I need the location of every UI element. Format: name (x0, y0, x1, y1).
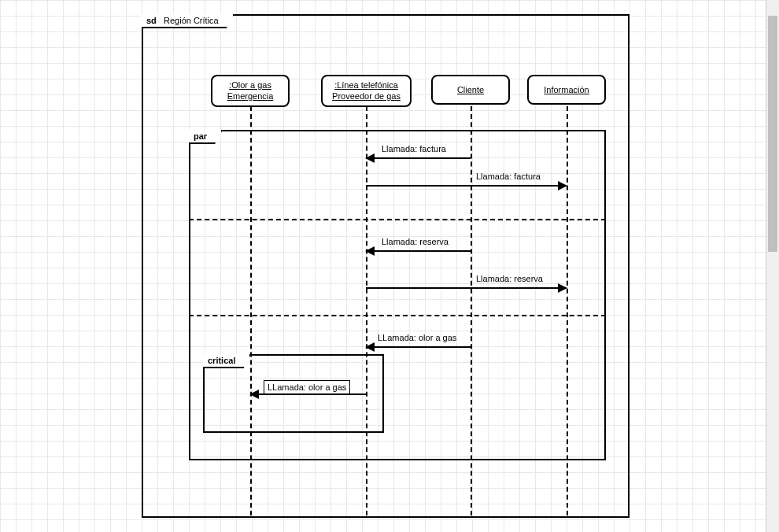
critical-label: critical (208, 356, 235, 365)
sd-prefix: sd (146, 16, 157, 25)
critical-frame-label: critical (203, 354, 251, 368)
msg-reserva-1 (366, 250, 471, 252)
par-frame-label: par (189, 130, 223, 144)
arrow-left-icon (249, 390, 259, 399)
participant-olor-gas-label: :Olor a gas Emergencia (227, 80, 274, 101)
participant-linea-label-2: Proveedor de gas (332, 91, 401, 101)
participant-cliente-label: Cliente (457, 85, 484, 94)
participant-olor-gas: :Olor a gas Emergencia (211, 75, 290, 107)
participant-informacion-label: Información (544, 85, 589, 94)
arrow-right-icon (558, 283, 567, 293)
msg-reserva-2 (366, 287, 567, 289)
msg-factura-1-label: Llamada: factura (382, 144, 446, 153)
msg-factura-2-label: Llamada: factura (476, 172, 541, 181)
par-divider-2 (189, 315, 606, 316)
par-divider-1 (189, 219, 606, 220)
vertical-scrollbar[interactable] (766, 0, 779, 532)
arrow-right-icon (558, 181, 567, 190)
msg-olor-1 (366, 346, 471, 348)
msg-olor-1-label: LLamada: olor a gas (378, 333, 456, 342)
msg-reserva-1-label: Llamada: reserva (382, 237, 449, 246)
participant-informacion: Información (527, 75, 606, 105)
participant-cliente: Cliente (431, 75, 510, 105)
participant-linea-label-1: :Línea telefónica (334, 80, 398, 90)
msg-reserva-2-label: Llamada: reserva (476, 274, 543, 283)
msg-olor-2-label: LLamada: olor a gas (264, 380, 350, 394)
scrollbar-thumb[interactable] (768, 16, 777, 252)
sd-frame-label: sd Región Crítica (142, 14, 234, 28)
par-label: par (194, 131, 207, 141)
msg-factura-1 (366, 157, 471, 159)
msg-factura-2 (366, 185, 567, 187)
arrow-left-icon (365, 153, 375, 163)
participant-linea: :Línea telefónica Proveedor de gas (321, 75, 412, 107)
sequence-diagram: sd Región Crítica :Olor a gas Emergencia… (0, 0, 779, 532)
arrow-left-icon (365, 246, 375, 256)
sd-title: Región Crítica (164, 16, 219, 25)
arrow-left-icon (365, 342, 375, 352)
